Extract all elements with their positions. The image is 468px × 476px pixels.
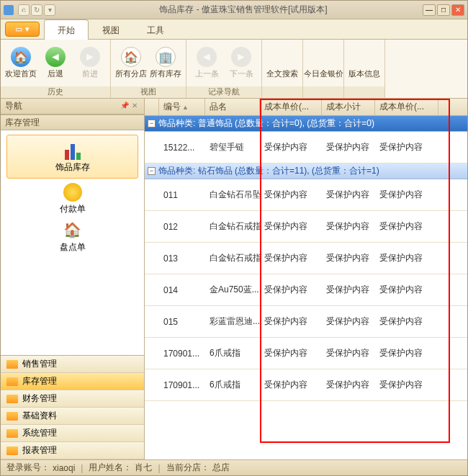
data-grid: 编号▲ 品名 成本单价(... 成本小计 成本单价(... −饰品种类: 普通饰… (145, 99, 467, 459)
nav-cat[interactable]: 报表管理 (1, 442, 144, 459)
qat-btn-1[interactable]: ⎌ (18, 4, 30, 16)
coins-icon (63, 183, 82, 202)
close-button[interactable]: ✕ (451, 4, 464, 16)
app-icon (4, 5, 14, 15)
table-row[interactable]: 013白金钻石戒指受保护内容受保护内容受保护内容 (145, 243, 467, 274)
nav-item-inventory[interactable]: 🏠 盘点单 (6, 220, 138, 253)
ribbon-allbranches[interactable]: 🏠所有分店 (114, 45, 148, 81)
ribbon-goldprice[interactable]: 今日金银价 (306, 45, 341, 81)
ribbon-allstock[interactable]: 🏢所有库存 (148, 45, 183, 81)
ribbon-version[interactable]: 版本信息 (347, 45, 382, 81)
ribbon-forward[interactable]: ►前进 (73, 45, 107, 81)
table-row[interactable]: 170901...6爪戒指受保护内容受保护内容受保护内容 (145, 369, 467, 401)
nav-cat[interactable]: 基础资料 (1, 408, 144, 425)
ribbon-next[interactable]: ►下一条 (224, 45, 258, 81)
folder-icon (6, 377, 18, 386)
nav-panel: 导航 📌 ✕ 库存管理 饰品库存 付款单 🏠 盘点单 (1, 99, 145, 459)
folder-icon (6, 412, 18, 421)
nav-item-stock[interactable]: 饰品库存 (6, 135, 138, 179)
group-row[interactable]: −饰品种类: 普通饰品 (总数量：合计=0), (总货重：合计=0) (145, 116, 467, 132)
nav-title: 导航 (5, 100, 22, 112)
col-subtotal[interactable]: 成本小计 (322, 99, 375, 115)
collapse-icon[interactable]: − (148, 120, 156, 127)
tab-start[interactable]: 开始 (44, 19, 89, 40)
sort-asc-icon: ▲ (182, 104, 189, 111)
col-name[interactable]: 品名 (205, 99, 260, 115)
table-row[interactable]: 012白金钻石戒指受保护内容受保护内容受保护内容 (145, 211, 467, 243)
tab-view[interactable]: 视图 (89, 19, 133, 39)
titlebar: ⎌ ↻ ▾ 饰品库存 - 傲蓝珠宝销售管理软件[试用版本] — □ ✕ (1, 1, 467, 19)
minimize-button[interactable]: — (423, 4, 436, 16)
ribbon-home[interactable]: 🏠欢迎首页 (4, 45, 38, 81)
pin-icon[interactable]: 📌 (120, 102, 130, 112)
qat-more[interactable]: ▾ (44, 4, 55, 16)
nav-cat[interactable]: 系统管理 (1, 425, 144, 442)
nav-section-stock[interactable]: 库存管理 (1, 114, 144, 130)
table-row[interactable]: 15122...碧玺手链受保护内容受保护内容受保护内容 (145, 132, 467, 163)
status-bar: 登录账号：xiaoqi | 用户姓名：肖七 | 当前分店：总店 (1, 459, 467, 475)
col-expander[interactable] (145, 99, 159, 115)
app-menu[interactable]: ▭ ▾ (5, 22, 40, 37)
window-title: 饰品库存 - 傲蓝珠宝销售管理软件[试用版本] (64, 4, 423, 16)
collapse-icon[interactable]: − (148, 167, 156, 175)
nav-item-payment[interactable]: 付款单 (6, 183, 138, 215)
table-row[interactable]: 015彩蓝雷恩迪...受保护内容受保护内容受保护内容 (145, 306, 467, 338)
ribbon-fulltext[interactable]: 全文搜索 (265, 45, 300, 81)
ribbon: 🏠欢迎首页 ◄后退 ►前进 历史 🏠所有分店 🏢所有库存 视图 ◄上一条 ►下一… (1, 40, 467, 99)
ribbon-back[interactable]: ◄后退 (38, 45, 73, 81)
ribbon-prev[interactable]: ◄上一条 (189, 45, 224, 81)
col-cost1[interactable]: 成本单价(... (260, 99, 322, 115)
chart-icon (61, 140, 84, 160)
table-row[interactable]: 170901...6爪戒指受保护内容受保护内容受保护内容 (145, 338, 467, 369)
group-row[interactable]: −饰品种类: 钻石饰品 (总数量：合计=11), (总货重：合计=1) (145, 163, 467, 179)
nav-close-icon[interactable]: ✕ (130, 102, 140, 112)
maximize-button[interactable]: □ (437, 4, 450, 16)
nav-cat[interactable]: 财务管理 (1, 390, 144, 408)
col-code[interactable]: 编号▲ (159, 99, 205, 115)
house-check-icon: 🏠 (61, 220, 84, 240)
folder-icon (6, 395, 18, 403)
qat-btn-2[interactable]: ↻ (31, 4, 42, 16)
folder-icon (6, 360, 18, 369)
folder-icon (6, 446, 18, 455)
col-cost2[interactable]: 成本单价(... (375, 99, 438, 115)
folder-icon (6, 429, 18, 438)
table-row[interactable]: 014金Au750蓝...受保护内容受保护内容受保护内容 (145, 274, 467, 306)
menubar: ▭ ▾ 开始 视图 工具 (1, 19, 467, 40)
nav-cat[interactable]: 库存管理 (1, 373, 144, 390)
tab-tools[interactable]: 工具 (133, 19, 178, 39)
nav-cat[interactable]: 销售管理 (1, 356, 144, 373)
table-row[interactable]: 011白金钻石吊坠受保护内容受保护内容受保护内容 (145, 179, 467, 211)
grid-header: 编号▲ 品名 成本单价(... 成本小计 成本单价(... (145, 99, 467, 116)
